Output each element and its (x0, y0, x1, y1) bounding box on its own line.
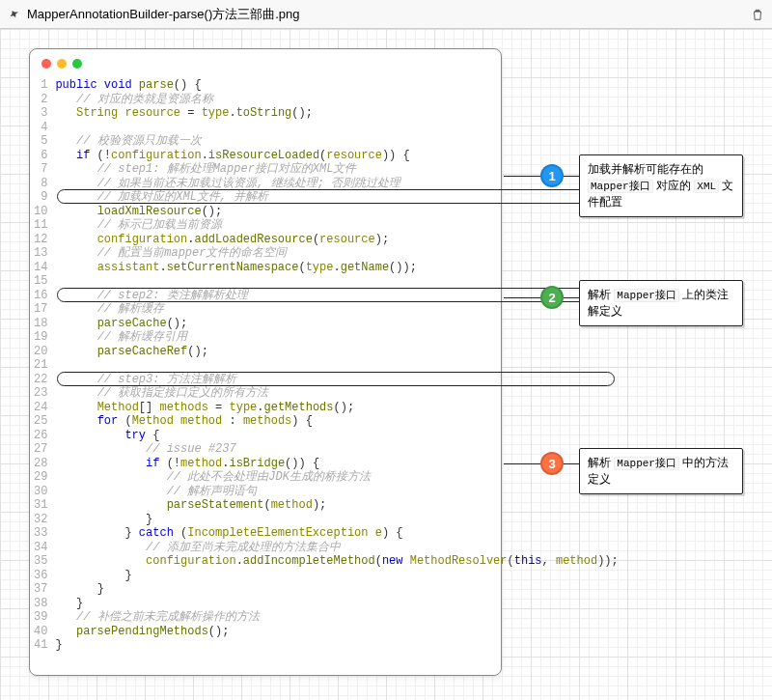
code-content: public void parse() { // 对应的类就是资源名称 Stri… (47, 78, 618, 653)
bullet-3: 3 (540, 452, 564, 475)
highlight-box-2 (57, 288, 614, 302)
highlight-box-3 (57, 372, 614, 386)
code-window: 1234567891011121314151617181920212223242… (29, 48, 502, 676)
file-title: MapperAnnotationBuilder-parse()方法三部曲.png (27, 6, 300, 23)
bullet-2: 2 (540, 286, 564, 309)
diagram-canvas[interactable]: 1234567891011121314151617181920212223242… (0, 29, 772, 700)
window-titlebar (30, 49, 501, 74)
code-body: 1234567891011121314151617181920212223242… (30, 74, 501, 660)
bullet-1: 1 (540, 164, 564, 187)
trash-icon[interactable] (751, 8, 764, 21)
highlight-box-1 (57, 189, 614, 204)
connector-2r (564, 297, 579, 298)
connector-2 (504, 297, 542, 298)
minimize-icon[interactable] (57, 59, 67, 69)
maximize-icon[interactable] (72, 59, 82, 69)
line-gutter: 1234567891011121314151617181920212223242… (34, 78, 47, 653)
callout-3: 解析 Mapper接口 中的方法定义 (579, 448, 743, 494)
toolbar: MapperAnnotationBuilder-parse()方法三部曲.png (0, 0, 772, 29)
callout-1: 加载并解析可能存在的 Mapper接口 对应的 XML 文件配置 (579, 154, 743, 217)
callout-2: 解析 Mapper接口 上的类注解定义 (579, 280, 743, 326)
connector-3r (564, 463, 579, 464)
close-icon[interactable] (41, 59, 51, 69)
pin-icon[interactable] (8, 8, 21, 21)
connector-1r (564, 176, 579, 177)
connector-3 (504, 463, 542, 464)
connector-1 (504, 176, 542, 177)
